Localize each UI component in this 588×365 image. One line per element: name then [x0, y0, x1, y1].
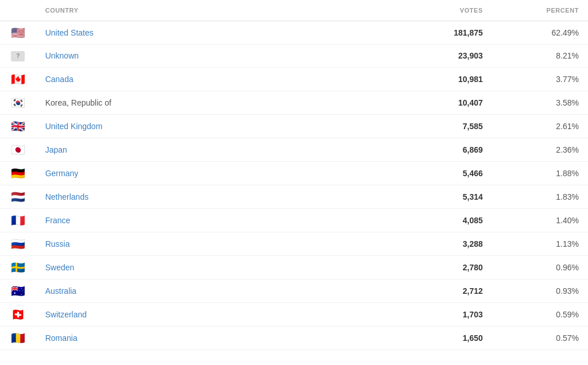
country-link[interactable]: Unknown	[45, 51, 79, 60]
percent-cell: 62.49%	[492, 21, 588, 45]
votes-cell: 181,875	[384, 21, 492, 45]
flag-cell: 🇸🇪	[0, 255, 36, 279]
flag-cell: ?	[0, 45, 36, 68]
country-cell[interactable]: Canada	[36, 67, 384, 91]
table-row: 🇫🇷France4,0851.40%	[0, 208, 588, 232]
flag-emoji: 🇯🇵	[11, 143, 25, 156]
country-cell[interactable]: Netherlands	[36, 185, 384, 208]
country-link[interactable]: France	[45, 216, 71, 225]
flag-emoji: 🇷🇴	[11, 332, 25, 344]
country-link[interactable]: Sweden	[45, 263, 75, 272]
country-cell[interactable]: Sweden	[36, 255, 384, 279]
flag-header	[0, 0, 36, 21]
country-cell[interactable]: Romania	[36, 326, 384, 350]
table-row: 🇦🇺Australia2,7120.93%	[0, 279, 588, 302]
flag-cell: 🇺🇸	[0, 21, 36, 45]
percent-header: Percent	[492, 0, 588, 21]
country-name: Korea, Republic of	[45, 98, 111, 107]
country-header: Country	[36, 0, 384, 21]
percent-cell: 8.21%	[492, 45, 588, 68]
percent-cell: 0.57%	[492, 326, 588, 350]
flag-cell: 🇳🇱	[0, 185, 36, 208]
table-row: 🇬🇧United Kingdom7,5852.61%	[0, 114, 588, 138]
percent-cell: 2.36%	[492, 138, 588, 161]
flag-emoji: 🇨🇭	[11, 308, 25, 321]
table-row: 🇯🇵Japan6,8692.36%	[0, 138, 588, 161]
country-cell[interactable]: United Kingdom	[36, 114, 384, 138]
country-link[interactable]: Canada	[45, 75, 74, 84]
table-row: 🇰🇷Korea, Republic of10,4073.58%	[0, 91, 588, 114]
table-row: 🇳🇱Netherlands5,3141.83%	[0, 185, 588, 208]
country-link[interactable]: Australia	[45, 286, 76, 296]
country-link[interactable]: United States	[45, 28, 94, 37]
votes-cell: 1,650	[384, 326, 492, 350]
country-table: Country Votes Percent 🇺🇸United States181…	[0, 0, 588, 350]
votes-cell: 10,981	[384, 67, 492, 91]
votes-cell: 4,085	[384, 208, 492, 232]
flag-cell: 🇨🇭	[0, 302, 36, 326]
country-link[interactable]: Japan	[45, 145, 67, 154]
votes-cell: 3,288	[384, 232, 492, 255]
unknown-flag-icon: ?	[11, 51, 25, 61]
percent-cell: 3.58%	[492, 91, 588, 114]
votes-cell: 23,903	[384, 45, 492, 68]
country-link[interactable]: Germany	[45, 169, 79, 178]
percent-cell: 2.61%	[492, 114, 588, 138]
votes-cell: 10,407	[384, 91, 492, 114]
flag-emoji: 🇦🇺	[11, 285, 25, 297]
table-row: ?Unknown23,9038.21%	[0, 45, 588, 68]
flag-cell: 🇫🇷	[0, 208, 36, 232]
table-row: 🇨🇭Switzerland1,7030.59%	[0, 302, 588, 326]
country-cell[interactable]: Switzerland	[36, 302, 384, 326]
country-cell[interactable]: United States	[36, 21, 384, 45]
votes-cell: 1,703	[384, 302, 492, 326]
flag-emoji: 🇫🇷	[11, 214, 25, 227]
percent-cell: 1.83%	[492, 185, 588, 208]
percent-cell: 3.77%	[492, 67, 588, 91]
flag-cell: 🇷🇴	[0, 326, 36, 350]
votes-cell: 7,585	[384, 114, 492, 138]
flag-cell: 🇰🇷	[0, 91, 36, 114]
country-cell: Korea, Republic of	[36, 91, 384, 114]
percent-cell: 1.40%	[492, 208, 588, 232]
flag-cell: 🇯🇵	[0, 138, 36, 161]
table-row: 🇷🇴Romania1,6500.57%	[0, 326, 588, 350]
country-cell[interactable]: Unknown	[36, 45, 384, 68]
country-link[interactable]: Netherlands	[45, 192, 89, 201]
country-cell[interactable]: Germany	[36, 161, 384, 185]
country-link[interactable]: Russia	[45, 239, 70, 248]
flag-cell: 🇷🇺	[0, 232, 36, 255]
flag-cell: 🇬🇧	[0, 114, 36, 138]
flag-emoji: 🇨🇦	[11, 73, 25, 86]
flag-cell: 🇨🇦	[0, 67, 36, 91]
percent-cell: 0.59%	[492, 302, 588, 326]
country-stats-container: Country Votes Percent 🇺🇸United States181…	[0, 0, 588, 350]
table-header-row: Country Votes Percent	[0, 0, 588, 21]
flag-emoji: 🇳🇱	[11, 191, 25, 203]
country-cell[interactable]: Japan	[36, 138, 384, 161]
votes-header: Votes	[384, 0, 492, 21]
country-cell[interactable]: Russia	[36, 232, 384, 255]
country-cell[interactable]: France	[36, 208, 384, 232]
country-link[interactable]: United Kingdom	[45, 122, 103, 131]
flag-emoji: 🇰🇷	[11, 96, 25, 109]
votes-cell: 5,466	[384, 161, 492, 185]
votes-cell: 2,780	[384, 255, 492, 279]
percent-cell: 0.93%	[492, 279, 588, 302]
flag-emoji: 🇸🇪	[11, 261, 25, 274]
flag-emoji: 🇷🇺	[11, 238, 25, 250]
votes-cell: 6,869	[384, 138, 492, 161]
country-cell[interactable]: Australia	[36, 279, 384, 302]
votes-cell: 5,314	[384, 185, 492, 208]
flag-cell: 🇩🇪	[0, 161, 36, 185]
table-row: 🇩🇪Germany5,4661.88%	[0, 161, 588, 185]
flag-emoji: 🇺🇸	[11, 26, 25, 39]
country-link[interactable]: Switzerland	[45, 310, 87, 319]
percent-cell: 0.96%	[492, 255, 588, 279]
percent-cell: 1.88%	[492, 161, 588, 185]
flag-emoji: 🇬🇧	[11, 120, 25, 133]
percent-cell: 1.13%	[492, 232, 588, 255]
table-row: 🇷🇺Russia3,2881.13%	[0, 232, 588, 255]
country-link[interactable]: Romania	[45, 333, 78, 343]
flag-emoji: 🇩🇪	[11, 167, 25, 180]
